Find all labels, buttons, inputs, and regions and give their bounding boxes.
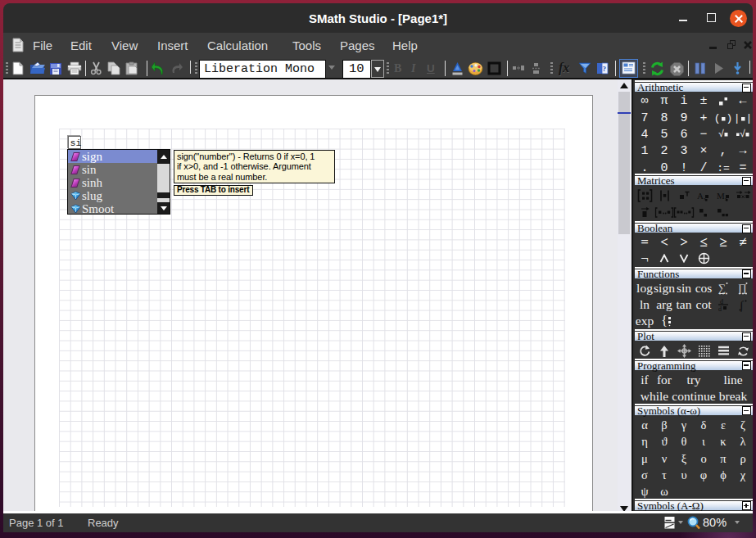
- svg-text:M,: M,: [717, 191, 727, 201]
- svg-text:d: d: [718, 305, 722, 312]
- svg-text:∑: ∑: [718, 282, 726, 294]
- svg-text:∏: ∏: [738, 282, 747, 294]
- svg-text:?: ?: [603, 65, 607, 73]
- svg-text:A,: A,: [697, 191, 706, 201]
